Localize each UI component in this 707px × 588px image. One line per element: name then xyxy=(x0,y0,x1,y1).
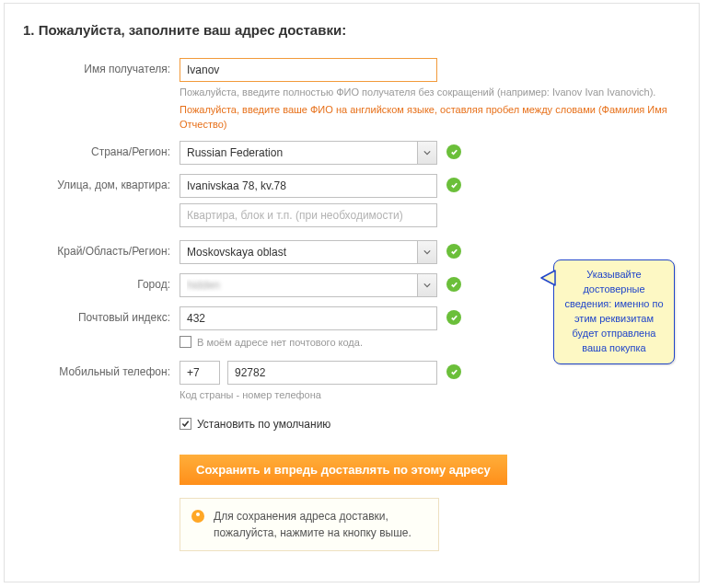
check-icon xyxy=(446,244,461,259)
check-icon xyxy=(446,144,461,159)
check-icon xyxy=(446,178,461,192)
zip-input[interactable] xyxy=(180,306,437,330)
save-tip: Для сохранения адреса доставки, пожалуйс… xyxy=(180,498,439,551)
save-button[interactable]: Сохранить и впредь доставлять по этому а… xyxy=(180,455,507,485)
callout-tail-icon xyxy=(539,270,556,286)
street-input[interactable] xyxy=(180,174,437,198)
label-region: Край/Область/Регион: xyxy=(23,240,180,258)
check-icon xyxy=(446,310,461,325)
label-phone: Мобильный телефон: xyxy=(23,361,180,378)
label-country: Страна/Регион: xyxy=(23,141,180,158)
city-select[interactable]: hidden xyxy=(180,273,437,297)
label-street: Улица, дом, квартира: xyxy=(23,174,180,191)
name-input[interactable] xyxy=(180,58,437,82)
street2-input[interactable] xyxy=(180,203,437,227)
name-hint-orange: Пожалуйста, введите ваше ФИО на английск… xyxy=(180,103,695,132)
label-name: Имя получателя: xyxy=(23,58,180,75)
no-zip-checkbox[interactable] xyxy=(180,336,191,348)
page-title: 1. Пожалуйста, заполните ваш адрес доста… xyxy=(23,22,680,38)
phone-number-input[interactable] xyxy=(227,361,437,385)
set-default-label: Установить по умолчанию xyxy=(197,418,330,431)
callout-text: Указывайте достоверные сведения: именно … xyxy=(564,269,663,353)
phone-country-code-input[interactable] xyxy=(180,361,220,385)
callout-tooltip: Указывайте достоверные сведения: именно … xyxy=(553,259,675,364)
region-select[interactable]: Moskovskaya oblast xyxy=(180,240,437,264)
shipping-address-form: 1. Пожалуйста, заполните ваш адрес доста… xyxy=(4,3,700,582)
lightbulb-icon xyxy=(191,510,204,523)
label-zip: Почтовый индекс: xyxy=(23,306,180,324)
check-icon xyxy=(446,364,461,379)
set-default-checkbox[interactable] xyxy=(180,418,191,430)
label-city: Город: xyxy=(23,273,180,291)
save-tip-text: Для сохранения адреса доставки, пожалуйс… xyxy=(214,508,427,541)
no-zip-label: В моём адресе нет почтового кода. xyxy=(197,337,363,348)
country-select[interactable]: Russian Federation xyxy=(180,141,437,165)
check-icon xyxy=(446,277,461,292)
phone-hint: Код страны - номер телефона xyxy=(180,388,456,402)
name-hint-grey: Пожалуйста, введите полностью ФИО получа… xyxy=(180,86,695,99)
